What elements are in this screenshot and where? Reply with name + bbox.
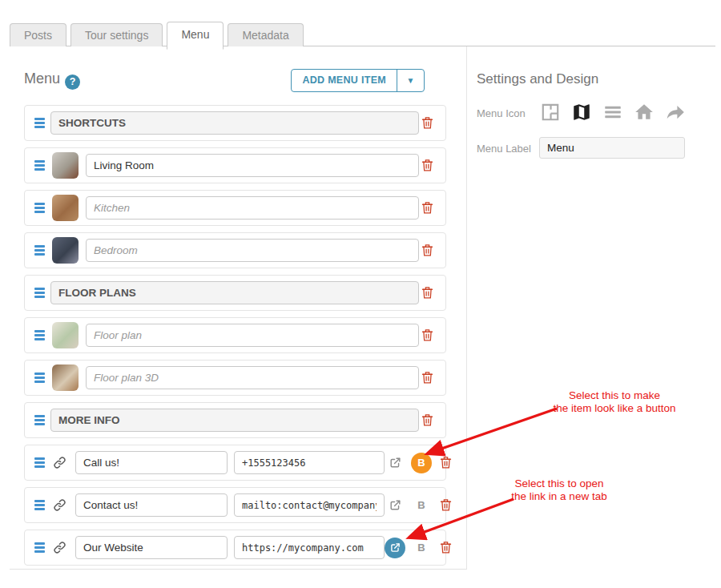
- annotation-button-style: Select this to makethe item look like a …: [519, 389, 710, 415]
- share-arrow-icon[interactable]: [663, 100, 687, 124]
- scene-thumbnail: [52, 195, 79, 221]
- button-style-toggle[interactable]: B: [411, 538, 432, 558]
- menu-icon-options: [538, 100, 687, 124]
- menu-item-row-header: [24, 275, 446, 311]
- drag-handle-icon[interactable]: [34, 415, 45, 425]
- menu-item-row-scene: [24, 360, 446, 396]
- trash-icon[interactable]: [419, 158, 435, 173]
- drag-handle-icon[interactable]: [34, 245, 45, 256]
- menu-item-row-header: [24, 105, 446, 141]
- tab-posts[interactable]: Posts: [10, 23, 66, 46]
- floor-plan-icon[interactable]: [538, 100, 562, 124]
- menu-icon-field-label: Menu Icon: [477, 107, 526, 119]
- menu-item-row-scene: [24, 190, 446, 226]
- trash-icon[interactable]: [419, 370, 435, 385]
- trash-icon[interactable]: [419, 328, 435, 343]
- drag-handle-icon[interactable]: [34, 118, 45, 128]
- drag-handle-icon[interactable]: [34, 288, 45, 298]
- menu-editor-panel: Menu? ADD MENU ITEM ▼ BBB: [10, 46, 467, 570]
- trash-icon[interactable]: [437, 497, 453, 513]
- trash-icon[interactable]: [419, 285, 435, 300]
- trash-icon[interactable]: [419, 413, 435, 428]
- section-header-input[interactable]: [50, 409, 419, 432]
- menu-item-row-link: B: [24, 445, 446, 481]
- drag-handle-icon[interactable]: [34, 330, 45, 340]
- add-menu-item-button[interactable]: ADD MENU ITEM: [292, 70, 397, 91]
- annotation-line: Select this to make: [519, 389, 710, 402]
- drag-handle-icon[interactable]: [34, 203, 45, 213]
- link-url-input[interactable]: [234, 451, 385, 474]
- button-style-toggle[interactable]: B: [411, 495, 432, 516]
- map-icon[interactable]: [570, 100, 594, 124]
- annotation-line: the item look like a button: [519, 402, 710, 415]
- drag-handle-icon[interactable]: [34, 542, 45, 553]
- tab-tour-settings[interactable]: Tour settings: [70, 23, 163, 46]
- link-icon: [53, 541, 66, 554]
- annotation-line: the link in a new tab: [479, 490, 639, 503]
- add-menu-item-button-group: ADD MENU ITEM ▼: [291, 69, 425, 92]
- scene-label-input[interactable]: [86, 324, 419, 347]
- scene-thumbnail: [52, 322, 79, 348]
- tab-metadata[interactable]: Metadata: [228, 23, 303, 46]
- scene-thumbnail: [52, 152, 79, 179]
- external-link-icon: [389, 457, 401, 469]
- hamburger-icon[interactable]: [601, 100, 625, 124]
- annotation-new-tab: Select this to openthe link in a new tab: [479, 477, 639, 503]
- drag-handle-icon[interactable]: [34, 373, 45, 383]
- menu-label-input[interactable]: [539, 137, 685, 159]
- menu-item-list: BBB: [24, 105, 446, 566]
- menu-item-row-scene: [24, 147, 446, 183]
- scene-thumbnail: [52, 364, 79, 391]
- scene-label-input[interactable]: [86, 154, 419, 177]
- link-url-input[interactable]: [234, 493, 385, 517]
- section-header-input[interactable]: [50, 111, 419, 135]
- menu-panel-title-text: Menu: [24, 70, 60, 87]
- drag-handle-icon[interactable]: [34, 160, 45, 171]
- scene-label-input[interactable]: [86, 366, 419, 389]
- tab-menu[interactable]: Menu: [167, 22, 224, 50]
- home-icon[interactable]: [632, 100, 656, 124]
- scene-thumbnail: [52, 237, 79, 264]
- link-label-input[interactable]: [75, 536, 228, 559]
- menu-item-row-header: [24, 402, 446, 438]
- menu-item-row-scene: [24, 317, 446, 353]
- link-label-input[interactable]: [75, 493, 228, 517]
- tab-bar: PostsTour settingsMenuMetadata: [10, 22, 715, 46]
- help-icon[interactable]: ?: [65, 75, 80, 90]
- annotation-line: Select this to open: [479, 477, 639, 490]
- link-label-input[interactable]: [75, 451, 228, 474]
- external-link-icon: [389, 499, 401, 511]
- link-url-input[interactable]: [234, 536, 385, 559]
- open-in-new-tab-toggle[interactable]: [385, 495, 405, 516]
- menu-panel-title: Menu?: [24, 70, 80, 90]
- drag-handle-icon[interactable]: [34, 457, 45, 468]
- settings-panel-title: Settings and Design: [477, 71, 598, 87]
- menu-item-row-link: B: [24, 530, 446, 566]
- trash-icon[interactable]: [419, 200, 435, 215]
- button-style-toggle[interactable]: B: [411, 453, 432, 473]
- external-link-icon: [390, 542, 401, 553]
- chevron-down-icon: ▼: [407, 76, 415, 85]
- trash-icon[interactable]: [419, 115, 435, 131]
- section-header-input[interactable]: [50, 281, 419, 304]
- open-in-new-tab-toggle[interactable]: [385, 453, 405, 473]
- menu-item-row-link: B: [24, 487, 446, 523]
- drag-handle-icon[interactable]: [34, 500, 45, 510]
- scene-label-input[interactable]: [86, 196, 419, 219]
- menu-item-row-scene: [24, 232, 446, 268]
- trash-icon[interactable]: [437, 540, 453, 555]
- link-icon: [53, 498, 66, 512]
- open-in-new-tab-toggle[interactable]: [385, 538, 405, 558]
- scene-label-input[interactable]: [86, 239, 419, 262]
- add-menu-item-dropdown[interactable]: ▼: [397, 70, 424, 91]
- link-icon: [53, 456, 66, 469]
- trash-icon[interactable]: [419, 243, 435, 258]
- trash-icon[interactable]: [437, 455, 453, 470]
- menu-label-field-label: Menu Label: [477, 143, 531, 155]
